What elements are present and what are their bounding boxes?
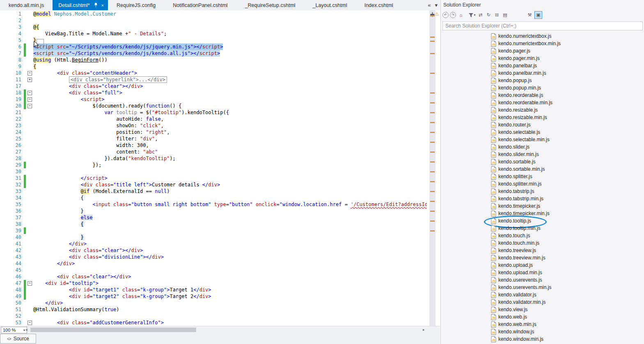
zoom-selector[interactable]: 100 % ▾: [1, 327, 27, 333]
code-line-39[interactable]: 39: [0, 227, 427, 234]
code-line-32[interactable]: 32 <div class="title left">Customer deta…: [0, 181, 427, 188]
tab-list-dropdown-icon[interactable]: ▾: [435, 2, 438, 8]
tab-kendo-all-min-js[interactable]: kendo.all.min.js: [0, 0, 53, 10]
code-line-48[interactable]: 48 <div id="target1" class="k-group">Tar…: [0, 287, 427, 293]
code-line-49[interactable]: 49 <div id="target2" class="k-group">Tar…: [0, 293, 427, 300]
tab--layout-cshtml[interactable]: _Layout.cshtml: [304, 0, 356, 10]
tree-item-kendo.window.min.js[interactable]: JSkendo.window.min.js: [441, 335, 644, 343]
code-line-24[interactable]: 24 position: "right",: [0, 129, 427, 135]
tree-item-kendo.selectable.min.js[interactable]: JSkendo.selectable.min.js: [441, 136, 644, 143]
tree-item-kendo.view.js[interactable]: JSkendo.view.js: [441, 306, 644, 313]
code-line-46[interactable]: 46 <div class="clear"></div>: [0, 273, 427, 280]
tree-item-kendo.slider.min.js[interactable]: JSkendo.slider.min.js: [441, 151, 644, 158]
code-line-51[interactable]: 51@Html.ValidationSummary(true): [0, 306, 427, 313]
source-view-tab[interactable]: <> Source: [0, 334, 36, 344]
tree-item-kendo.numerictextbox.js[interactable]: JSkendo.numerictextbox.js: [441, 32, 644, 40]
tree-item-kendo.window.js[interactable]: JSkendo.window.js: [441, 328, 644, 335]
code-line-20[interactable]: 20− $(document).ready(function() {: [0, 103, 427, 109]
search-input[interactable]: [445, 23, 641, 29]
code-line-27[interactable]: 27 content: "abc": [0, 149, 427, 155]
tree-item-kendo.web.js[interactable]: JSkendo.web.js: [441, 313, 644, 321]
tree-item-kendo.reorderable.min.js[interactable]: JSkendo.reorderable.min.js: [441, 99, 644, 106]
fold-toggle[interactable]: −: [26, 96, 33, 103]
sync-with-active-document-icon[interactable]: ⇄: [477, 11, 484, 18]
collapse-all-icon[interactable]: ⊟: [493, 11, 500, 18]
tree-item-kendo.timepicker.js[interactable]: JSkendo.timepicker.js: [441, 202, 644, 210]
code-line-8[interactable]: 8@using (Html.BeginForm()): [0, 57, 427, 63]
refresh-icon[interactable]: ↻: [485, 11, 492, 18]
tree-item-kendo.pager.js[interactable]: JSkendo.pager.js: [441, 47, 644, 55]
code-line-34[interactable]: 34 {: [0, 195, 427, 201]
tree-item-kendo.splitter.js[interactable]: JSkendo.splitter.js: [441, 173, 644, 180]
fold-toggle[interactable]: −: [26, 70, 33, 76]
tree-item-kendo.touch.js[interactable]: JSkendo.touch.js: [441, 232, 644, 239]
code-line-6[interactable]: 6<script src="~/Scripts/vendors/kendo/js…: [0, 44, 427, 50]
code-line-26[interactable]: 26 width: 300,: [0, 142, 427, 149]
code-line-5[interactable]: 5}: [0, 37, 427, 44]
code-line-7[interactable]: 7<script src="~/Scripts/vendors/kendo/js…: [0, 50, 427, 57]
code-line-3[interactable]: 3@{: [0, 24, 427, 30]
tree-item-kendo.tabstrip.js[interactable]: JSkendo.tabstrip.js: [441, 188, 644, 195]
tree-item-kendo.resizable.js[interactable]: JSkendo.resizable.js: [441, 106, 644, 114]
properties-icon[interactable]: ▤: [502, 11, 509, 18]
tree-item-kendo.validator.js[interactable]: JSkendo.validator.js: [441, 291, 644, 298]
tree-item-kendo.resizable.min.js[interactable]: JSkendo.resizable.min.js: [441, 114, 644, 121]
wrench-icon[interactable]: ⚒: [526, 11, 533, 18]
tree-item-kendo.sortable.js[interactable]: JSkendo.sortable.js: [441, 158, 644, 165]
code-line-37[interactable]: 37 else: [0, 214, 427, 221]
code-line-21[interactable]: 21 var tooltip = $("#tooltip").kendoTool…: [0, 109, 427, 116]
tree-item-kendo.upload.min.js[interactable]: JSkendo.upload.min.js: [441, 269, 644, 276]
tree-item-kendo.reorderable.js[interactable]: JSkendo.reorderable.js: [441, 92, 644, 99]
scope-filter-icon[interactable]: ▾: [469, 11, 476, 18]
fold-toggle[interactable]: −: [26, 103, 33, 109]
tree-item-kendo.validator.min.js[interactable]: JSkendo.validator.min.js: [441, 298, 644, 306]
code-line-45[interactable]: 45: [0, 267, 427, 273]
code-line-1[interactable]: 1@model Nephos.Model.Customer: [0, 11, 427, 17]
tree-item-kendo.upload.js[interactable]: JSkendo.upload.js: [441, 261, 644, 269]
code-line-52[interactable]: 52: [0, 313, 427, 319]
code-line-25[interactable]: 25 filter: "div",: [0, 135, 427, 142]
preview-selected-items-icon[interactable]: ▣: [534, 11, 542, 19]
code-line-18[interactable]: 18− <div class="full">: [0, 89, 427, 96]
tree-item-kendo.web.min.js[interactable]: JSkendo.web.min.js: [441, 321, 644, 328]
close-icon[interactable]: ×: [101, 3, 104, 8]
code-line-47[interactable]: 47− <div id="tooltip">: [0, 280, 427, 287]
back-icon[interactable]: ↶: [442, 12, 449, 18]
code-line-9[interactable]: 9{: [0, 63, 427, 70]
fold-toggle[interactable]: −: [26, 89, 33, 96]
tab-notificationpanel-cshtml[interactable]: NotificationPanel.cshtml: [164, 0, 236, 10]
tree-item-kendo.sortable.min.js[interactable]: JSkendo.sortable.min.js: [441, 165, 644, 173]
solution-explorer-tree[interactable]: JSkendo.numerictextbox.jsJSkendo.numeric…: [441, 32, 644, 344]
hscroll-left-arrow-icon[interactable]: ◂: [25, 328, 28, 332]
code-line-33[interactable]: 33 @if (Model.ExternalId == null): [0, 188, 427, 195]
tab-detail-cshtml-[interactable]: Detail.cshtml*×: [53, 0, 108, 10]
tree-item-kendo.timepicker.min.js[interactable]: JSkendo.timepicker.min.js: [441, 210, 644, 217]
pin-icon[interactable]: [94, 3, 98, 7]
tab-scroll-left-icon[interactable]: «: [428, 2, 431, 8]
code-line-36[interactable]: 36 }: [0, 208, 427, 214]
horizontal-scrollbar[interactable]: [30, 327, 421, 333]
code-line-50[interactable]: 50 </div>: [0, 300, 427, 306]
horizontal-scroll-thumb[interactable]: [30, 328, 196, 332]
code-area[interactable]: 1@model Nephos.Model.Customer23@{4 ViewB…: [0, 11, 427, 326]
code-line-28[interactable]: 28 }).data("kendoTooltip");: [0, 155, 427, 162]
code-line-29[interactable]: 29 });: [0, 162, 427, 168]
tree-item-kendo.userevents.js[interactable]: JSkendo.userevents.js: [441, 276, 644, 284]
tree-item-kendo.slider.js[interactable]: JSkendo.slider.js: [441, 143, 644, 151]
code-line-53[interactable]: 53− <div class="addCustomerGeneralInfo">: [0, 319, 427, 326]
tree-item-kendo.tabstrip.min.js[interactable]: JSkendo.tabstrip.min.js: [441, 195, 644, 202]
code-line-22[interactable]: 22 autoHide: false,: [0, 116, 427, 122]
code-line-11[interactable]: 11+ <div class="hyperlink">...</div>: [0, 76, 427, 83]
tree-item-kendo.router.js[interactable]: JSkendo.router.js: [441, 121, 644, 128]
tree-item-kendo.userevents.min.js[interactable]: JSkendo.userevents.min.js: [441, 284, 644, 291]
tab-requirejs-config[interactable]: RequireJS.config: [108, 0, 164, 10]
code-line-10[interactable]: 10− <div class="contentHeader">: [0, 70, 427, 76]
code-line-42[interactable]: 42 <div class="clear"></div>: [0, 247, 427, 254]
editor-vertical-scrollbar[interactable]: [429, 10, 435, 326]
tree-item-kendo.tooltip.js[interactable]: JSkendo.tooltip.js: [441, 217, 644, 225]
code-line-38[interactable]: 38 {: [0, 221, 427, 227]
code-line-17[interactable]: 17 <div class="clear"></div>: [0, 83, 427, 89]
code-line-31[interactable]: 31 </script>: [0, 175, 427, 181]
tree-item-kendo.panelbar.min.js[interactable]: JSkendo.panelbar.min.js: [441, 69, 644, 77]
tree-item-kendo.tooltip.min.js[interactable]: JSkendo.tooltip.min.js: [441, 225, 644, 232]
